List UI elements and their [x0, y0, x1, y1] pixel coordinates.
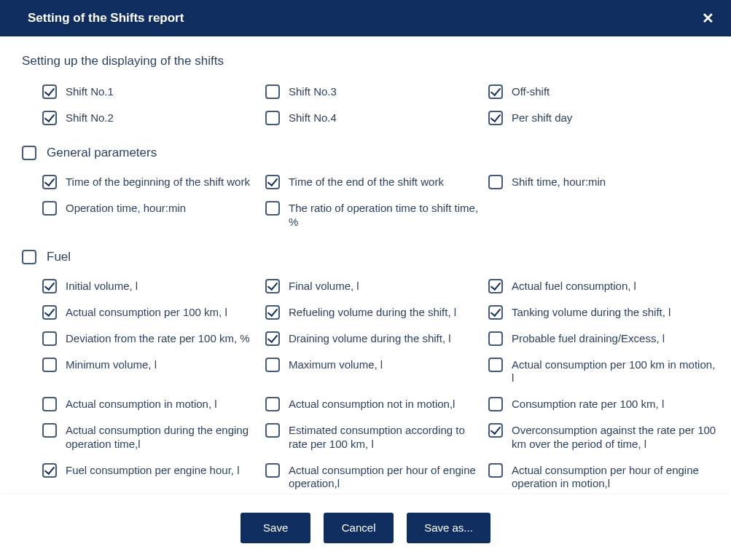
- fuel-draining-vol-checkbox[interactable]: [265, 331, 280, 346]
- fuel-actual-consumption: Actual fuel consumption, l: [488, 279, 716, 293]
- fuel-draining-vol-label: Draining volume during the shift, l: [289, 331, 451, 346]
- fuel-actual-100km-motion-checkbox[interactable]: [488, 358, 503, 372]
- fuel-actual-100km-motion-label: Actual consumption per 100 km in motion,…: [512, 358, 716, 386]
- dialog-body[interactable]: Setting up the displaying of the shiftsS…: [0, 36, 731, 494]
- fuel-per-engine-hour-checkbox[interactable]: [42, 463, 57, 478]
- fuel-actual-100km-label: Actual consumption per 100 km, l: [66, 305, 227, 320]
- section-fuel-title: Fuel: [47, 250, 71, 264]
- fuel-actual-engine-op-label: Actual consumption during the enging ope…: [66, 423, 261, 451]
- off-shift-label: Off-shift: [512, 84, 550, 99]
- section-fuel-header: Fuel: [22, 250, 716, 264]
- fuel-refuel-vol-checkbox[interactable]: [265, 305, 280, 320]
- fuel-deviation-100km: Deviation from the rate per 100 km, %: [42, 331, 261, 346]
- fuel-tanking-vol: Tanking volume during the shift, l: [488, 305, 716, 320]
- fuel-refuel-vol-label: Refueling volume during the shift, l: [289, 305, 456, 320]
- gp-end-time-checkbox[interactable]: [265, 175, 280, 189]
- fuel-actual-per-hour-engine: Actual consumption per hour of engine op…: [265, 463, 484, 492]
- gp-operation-time-label: Operation time, hour:min: [66, 201, 186, 216]
- fuel-max-vol-checkbox[interactable]: [265, 358, 280, 372]
- fuel-final-vol-checkbox[interactable]: [265, 279, 280, 293]
- gp-end-time: Time of the end of the shift work: [265, 175, 484, 189]
- fuel-tanking-vol-checkbox[interactable]: [488, 305, 503, 320]
- dialog-title: Setting of the Shifts report: [28, 11, 184, 25]
- fuel-actual-100km-checkbox[interactable]: [42, 305, 57, 320]
- section-fuel-grid: Initial volume, lFinal volume, lActual f…: [42, 279, 716, 495]
- fuel-actual-motion-label: Actual consumption in motion, l: [66, 397, 217, 411]
- off-shift-checkbox[interactable]: [488, 84, 503, 99]
- fuel-per-engine-hour-label: Fuel consumption per engine hour, l: [66, 463, 239, 478]
- shift-3-checkbox[interactable]: [265, 84, 280, 99]
- shift-1-checkbox[interactable]: [42, 84, 57, 99]
- fuel-tanking-vol-label: Tanking volume during the shift, l: [512, 305, 671, 320]
- fuel-max-vol-label: Maximum volume, l: [289, 358, 383, 372]
- fuel-actual-not-motion-label: Actual consumption not in motion,l: [289, 397, 455, 411]
- fuel-est-rate-100km-label: Estimated consumption according to rate …: [289, 423, 484, 451]
- fuel-actual-motion: Actual consumption in motion, l: [42, 397, 261, 411]
- gp-ratio-checkbox[interactable]: [265, 201, 280, 216]
- fuel-probable-drain-checkbox[interactable]: [488, 331, 503, 346]
- gp-shift-time-label: Shift time, hour:min: [512, 175, 606, 189]
- shift-4-checkbox[interactable]: [265, 111, 280, 125]
- shift-4: Shift No.4: [265, 111, 484, 125]
- save-button[interactable]: Save: [241, 513, 310, 543]
- per-shift-day: Per shift day: [488, 111, 716, 125]
- fuel-min-vol-checkbox[interactable]: [42, 358, 57, 372]
- fuel-initial-vol-checkbox[interactable]: [42, 279, 57, 293]
- section-general-checkbox[interactable]: [22, 146, 36, 160]
- fuel-per-engine-hour: Fuel consumption per engine hour, l: [42, 463, 261, 492]
- gp-shift-time-checkbox[interactable]: [488, 175, 503, 189]
- fuel-final-vol: Final volume, l: [265, 279, 484, 293]
- fuel-probable-drain-label: Probable fuel draining/Excess, l: [512, 331, 665, 346]
- gp-shift-time: Shift time, hour:min: [488, 175, 716, 189]
- fuel-probable-drain: Probable fuel draining/Excess, l: [488, 331, 716, 346]
- fuel-actual-consumption-checkbox[interactable]: [488, 279, 503, 293]
- fuel-actual-per-hour-engine-checkbox[interactable]: [265, 463, 280, 478]
- fuel-actual-100km: Actual consumption per 100 km, l: [42, 305, 261, 320]
- shift-1-label: Shift No.1: [66, 84, 114, 99]
- fuel-deviation-100km-checkbox[interactable]: [42, 331, 57, 346]
- shift-2-label: Shift No.2: [66, 111, 114, 125]
- fuel-overconsumption-checkbox[interactable]: [488, 423, 503, 438]
- cancel-button[interactable]: Cancel: [324, 513, 394, 543]
- fuel-est-rate-100km: Estimated consumption according to rate …: [265, 423, 484, 451]
- gp-operation-time: Operation time, hour:min: [42, 201, 261, 229]
- gp-begin-time: Time of the beginning of the shift work: [42, 175, 261, 189]
- shifts-grid: Shift No.1Shift No.3Off-shiftShift No.2S…: [42, 84, 716, 125]
- gp-operation-time-checkbox[interactable]: [42, 201, 57, 216]
- section-general-header: General parameters: [22, 146, 716, 160]
- shift-2-checkbox[interactable]: [42, 111, 57, 125]
- fuel-actual-motion-checkbox[interactable]: [42, 397, 57, 411]
- fuel-rate-100km: Consumption rate per 100 km, l: [488, 397, 716, 411]
- gp-begin-time-checkbox[interactable]: [42, 175, 57, 189]
- shift-3: Shift No.3: [265, 84, 484, 99]
- fuel-initial-vol: Initial volume, l: [42, 279, 261, 293]
- section-general-grid: Time of the beginning of the shift workT…: [42, 175, 716, 229]
- fuel-actual-100km-motion: Actual consumption per 100 km in motion,…: [488, 358, 716, 386]
- close-button[interactable]: ✕: [699, 9, 716, 27]
- fuel-actual-per-hour-engine-motion-checkbox[interactable]: [488, 463, 503, 478]
- fuel-actual-not-motion: Actual consumption not in motion,l: [265, 397, 484, 411]
- gp-begin-time-label: Time of the beginning of the shift work: [66, 175, 250, 189]
- shift-2: Shift No.2: [42, 111, 261, 125]
- shift-4-label: Shift No.4: [289, 111, 337, 125]
- fuel-actual-per-hour-engine-motion: Actual consumption per hour of engine op…: [488, 463, 716, 492]
- fuel-actual-not-motion-checkbox[interactable]: [265, 397, 280, 411]
- fuel-draining-vol: Draining volume during the shift, l: [265, 331, 484, 346]
- dialog-footer: Save Cancel Save as...: [0, 494, 731, 560]
- per-shift-day-checkbox[interactable]: [488, 111, 503, 125]
- titlebar: Setting of the Shifts report ✕: [0, 0, 731, 36]
- fuel-overconsumption: Overconsumption against the rate per 100…: [488, 423, 716, 451]
- shift-3-label: Shift No.3: [289, 84, 337, 99]
- section-general-title: General parameters: [47, 146, 157, 160]
- save-as-button[interactable]: Save as...: [407, 513, 490, 543]
- fuel-rate-100km-checkbox[interactable]: [488, 397, 503, 411]
- fuel-max-vol: Maximum volume, l: [265, 358, 484, 386]
- fuel-overconsumption-label: Overconsumption against the rate per 100…: [512, 423, 716, 451]
- fuel-est-rate-100km-checkbox[interactable]: [265, 423, 280, 438]
- per-shift-day-label: Per shift day: [512, 111, 572, 125]
- fuel-actual-engine-op-checkbox[interactable]: [42, 423, 57, 438]
- gp-ratio: The ratio of operation time to shift tim…: [265, 201, 484, 229]
- fuel-rate-100km-label: Consumption rate per 100 km, l: [512, 397, 664, 411]
- section-fuel-checkbox[interactable]: [22, 250, 36, 264]
- gp-end-time-label: Time of the end of the shift work: [289, 175, 444, 189]
